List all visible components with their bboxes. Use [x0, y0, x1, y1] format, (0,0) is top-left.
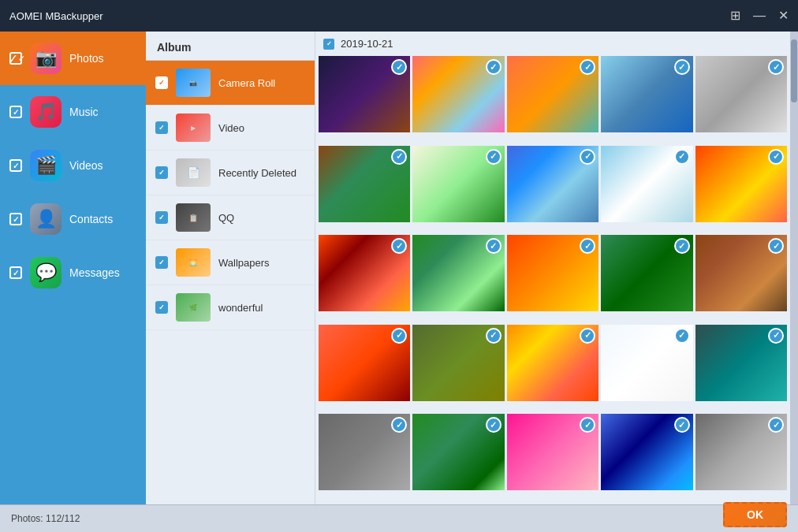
messages-label: Messages	[69, 266, 120, 279]
recently-deleted-thumb: 📄	[176, 158, 211, 187]
camera-roll-label: Camera Roll	[218, 77, 275, 89]
camera-roll-thumb: 📷	[176, 69, 211, 97]
photo-check-badge: ✓	[674, 238, 690, 254]
ok-button[interactable]: OK	[723, 502, 787, 527]
sidebar-item-contacts[interactable]: 👤 Contacts	[0, 192, 146, 246]
photo-cell-14[interactable]: ✓	[601, 235, 692, 311]
photo-grid: ✓✓✓✓✓✓✓✓✓✓✓✓✓✓✓✓✓✓✓✓✓✓✓✓✓	[315, 56, 790, 504]
photo-check-badge: ✓	[486, 238, 502, 254]
photo-cell-21[interactable]: ✓	[319, 414, 410, 490]
photos-checkbox[interactable]: ✓	[9, 52, 22, 65]
photo-check-badge: ✓	[391, 328, 407, 344]
status-text: Photos: 112/112	[11, 513, 80, 524]
video-checkbox[interactable]	[155, 121, 168, 134]
app-title: AOMEI MBackupper	[9, 10, 730, 22]
photo-cell-5[interactable]: ✓	[695, 56, 787, 132]
photo-check-badge: ✓	[674, 417, 690, 433]
photo-cell-6[interactable]: ✓	[319, 146, 410, 222]
album-item-wonderful[interactable]: 🌿 wonderful	[146, 285, 315, 330]
photo-panel: 2019-10-21 ✓✓✓✓✓✓✓✓✓✓✓✓✓✓✓✓✓✓✓✓✓✓✓✓✓	[315, 32, 790, 504]
camera-roll-checkbox[interactable]	[155, 76, 168, 89]
recently-deleted-checkbox[interactable]	[155, 166, 168, 179]
date-label: 2019-10-21	[341, 38, 393, 50]
album-item-wallpapers[interactable]: 🌅 Wallpapers	[146, 240, 315, 285]
photo-cell-2[interactable]: ✓	[412, 56, 504, 132]
photo-cell-24[interactable]: ✓	[601, 414, 692, 490]
photo-cell-17[interactable]: ✓	[412, 325, 504, 401]
photo-check-badge: ✓	[768, 417, 784, 433]
minimize-button[interactable]: —	[753, 9, 766, 22]
date-checkbox[interactable]	[323, 39, 334, 50]
scrollbar-track[interactable]	[790, 32, 798, 504]
album-item-qq[interactable]: 📋 QQ	[146, 195, 315, 240]
photo-check-badge: ✓	[768, 149, 784, 165]
album-header: Album	[146, 32, 315, 61]
list-view-icon[interactable]: ⊞	[730, 9, 740, 22]
photos-icon: 📷	[30, 43, 62, 74]
photo-cell-12[interactable]: ✓	[412, 235, 504, 311]
album-item-video[interactable]: ▶ Video	[146, 106, 315, 151]
music-checkbox[interactable]	[9, 106, 22, 118]
photo-cell-20[interactable]: ✓	[695, 325, 787, 401]
video-label: Video	[218, 122, 244, 134]
photo-check-badge: ✓	[580, 238, 595, 254]
photo-cell-23[interactable]: ✓	[507, 414, 598, 490]
messages-icon: 💬	[30, 257, 62, 288]
photo-check-badge: ✓	[486, 149, 502, 165]
photo-check-badge: ✓	[674, 149, 690, 165]
photo-cell-8[interactable]: ✓	[507, 146, 598, 222]
photo-cell-3[interactable]: ✓	[507, 56, 598, 132]
wonderful-thumb: 🌿	[176, 293, 211, 322]
photo-check-badge: ✓	[486, 328, 502, 344]
photo-check-badge: ✓	[580, 328, 595, 344]
wallpapers-thumb: 🌅	[176, 248, 211, 277]
wallpapers-checkbox[interactable]	[155, 256, 168, 269]
titlebar: AOMEI MBackupper ⊞ — ✕	[0, 0, 798, 32]
qq-checkbox[interactable]	[155, 211, 168, 224]
photo-cell-18[interactable]: ✓	[507, 325, 598, 401]
photo-cell-1[interactable]: ✓	[319, 56, 410, 132]
photo-check-badge: ✓	[391, 149, 407, 165]
videos-checkbox[interactable]	[9, 159, 22, 172]
sidebar-item-messages[interactable]: 💬 Messages	[0, 246, 146, 299]
scrollbar-thumb[interactable]	[791, 39, 797, 102]
messages-checkbox[interactable]	[9, 266, 22, 279]
main-content: ✓ 📷 Photos 🎵 Music 🎬 Videos 👤 Contacts	[0, 32, 798, 504]
contacts-label: Contacts	[69, 213, 113, 225]
photo-cell-19[interactable]: ✓	[601, 325, 692, 401]
album-panel: Album 📷 Camera Roll ▶ Video 📄	[146, 32, 315, 504]
photo-cell-25[interactable]: ✓	[695, 414, 787, 490]
photo-check-badge: ✓	[391, 238, 407, 254]
photo-cell-15[interactable]: ✓	[695, 235, 787, 311]
photo-cell-9[interactable]: ✓	[601, 146, 692, 222]
photo-cell-7[interactable]: ✓	[412, 146, 504, 222]
album-item-camera-roll[interactable]: 📷 Camera Roll	[146, 61, 315, 106]
contacts-icon: 👤	[30, 203, 62, 235]
photo-cell-13[interactable]: ✓	[507, 235, 598, 311]
photo-cell-4[interactable]: ✓	[601, 56, 692, 132]
album-item-recently-deleted[interactable]: 📄 Recently Deleted	[146, 151, 315, 195]
video-thumb: ▶	[176, 113, 211, 142]
wonderful-checkbox[interactable]	[155, 301, 168, 314]
recently-deleted-label: Recently Deleted	[218, 167, 296, 179]
contacts-checkbox[interactable]	[9, 213, 22, 225]
sidebar-item-music[interactable]: 🎵 Music	[0, 85, 146, 139]
photo-check-badge: ✓	[674, 59, 690, 75]
date-header: 2019-10-21	[315, 32, 790, 56]
close-button[interactable]: ✕	[778, 9, 789, 22]
qq-label: QQ	[218, 212, 234, 224]
qq-thumb: 📋	[176, 203, 211, 232]
photo-check-badge: ✓	[486, 417, 502, 433]
photo-check-badge: ✓	[486, 59, 502, 75]
photo-check-badge: ✓	[674, 328, 690, 344]
photo-cell-10[interactable]: ✓	[695, 146, 787, 222]
photo-check-badge: ✓	[768, 238, 784, 254]
photo-cell-22[interactable]: ✓	[412, 414, 504, 490]
sidebar-item-photos[interactable]: ✓ 📷 Photos	[0, 32, 146, 85]
photo-cell-11[interactable]: ✓	[319, 235, 410, 311]
wonderful-label: wonderful	[218, 302, 263, 314]
photo-cell-16[interactable]: ✓	[319, 325, 410, 401]
sidebar-item-videos[interactable]: 🎬 Videos	[0, 139, 146, 192]
photo-check-badge: ✓	[580, 59, 595, 75]
photo-check-badge: ✓	[768, 59, 784, 75]
